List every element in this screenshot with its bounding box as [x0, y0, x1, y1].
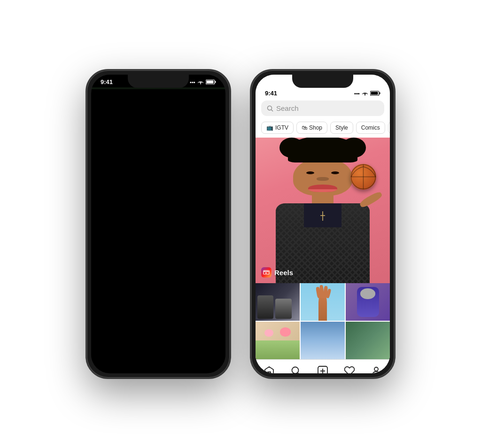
svg-point-51	[374, 367, 378, 371]
thumb-cell-6[interactable]	[346, 322, 390, 359]
thumb-cell-2[interactable]	[301, 283, 345, 321]
category-style[interactable]: Style	[330, 122, 353, 134]
search-placeholder: Search	[276, 104, 299, 112]
igtv-chip-icon: 📺	[266, 124, 273, 131]
nav-activity-button[interactable]	[343, 364, 356, 373]
explore-screen: 9:41 ▪▪▪	[256, 75, 390, 373]
category-igtv[interactable]: 📺 IGTV	[261, 122, 294, 134]
shop-label: Shop	[309, 124, 322, 131]
status-icons-left: ▪▪▪	[190, 79, 216, 85]
svg-rect-3	[207, 81, 214, 84]
status-time-left: 9:41	[101, 78, 113, 85]
battery-icon-right	[370, 91, 380, 96]
category-shop[interactable]: 🛍 Shop	[296, 122, 327, 134]
shop-chip-icon: 🛍	[302, 124, 307, 131]
svg-point-0	[200, 84, 201, 85]
svg-point-31	[365, 95, 365, 96]
thumb-cell-3[interactable]	[346, 283, 390, 321]
thumb-cell-5[interactable]	[301, 322, 345, 359]
svg-rect-2	[215, 81, 216, 83]
nav-home-button[interactable]	[263, 364, 276, 373]
svg-marker-45	[265, 272, 267, 274]
reels-badge-icon	[261, 267, 272, 278]
signal-icon-right: ▪▪▪	[354, 91, 360, 96]
svg-point-35	[268, 106, 272, 110]
categories-row: 📺 IGTV 🛍 Shop Style Comics TV & Movies	[256, 120, 390, 138]
thumbnail-grid	[256, 283, 390, 359]
igtv-label: IGTV	[275, 124, 288, 131]
reels-badge-text: Reels	[274, 269, 293, 277]
status-time-right: 9:41	[265, 90, 277, 97]
svg-line-36	[272, 109, 273, 111]
comics-label: Comics	[361, 124, 380, 131]
bottom-nav	[256, 359, 390, 373]
battery-icon	[206, 79, 216, 85]
category-comics[interactable]: Comics	[356, 122, 385, 134]
svg-rect-33	[380, 93, 380, 94]
svg-line-47	[298, 373, 301, 373]
thumb-cell-1[interactable]	[256, 283, 300, 321]
search-bar[interactable]: Search	[261, 100, 384, 116]
nav-search-button[interactable]	[289, 364, 303, 373]
featured-image	[256, 138, 390, 283]
notch	[128, 75, 189, 88]
notch-right	[292, 75, 353, 88]
category-tv[interactable]: TV & Movies	[388, 122, 390, 134]
wifi-icon-right	[362, 91, 368, 96]
nav-add-button[interactable]	[316, 364, 329, 373]
reels-badge: Reels	[261, 267, 293, 278]
style-label: Style	[335, 124, 348, 131]
right-phone: 9:41 ▪▪▪	[250, 69, 396, 379]
nav-profile-button[interactable]	[370, 364, 383, 373]
status-icons-right: ▪▪▪	[354, 91, 380, 96]
thumb-cell-4[interactable]	[256, 322, 300, 359]
signal-icon: ▪▪▪	[190, 79, 195, 85]
svg-point-46	[292, 367, 298, 374]
search-icon	[267, 105, 273, 112]
wifi-icon	[197, 79, 204, 85]
scene: 9:41 ▪▪▪	[0, 0, 481, 448]
featured-reels[interactable]: Reels	[256, 138, 390, 283]
left-phone: 9:41 ▪▪▪	[85, 69, 231, 379]
search-bar-container: Search	[256, 99, 390, 120]
svg-rect-34	[371, 92, 378, 95]
